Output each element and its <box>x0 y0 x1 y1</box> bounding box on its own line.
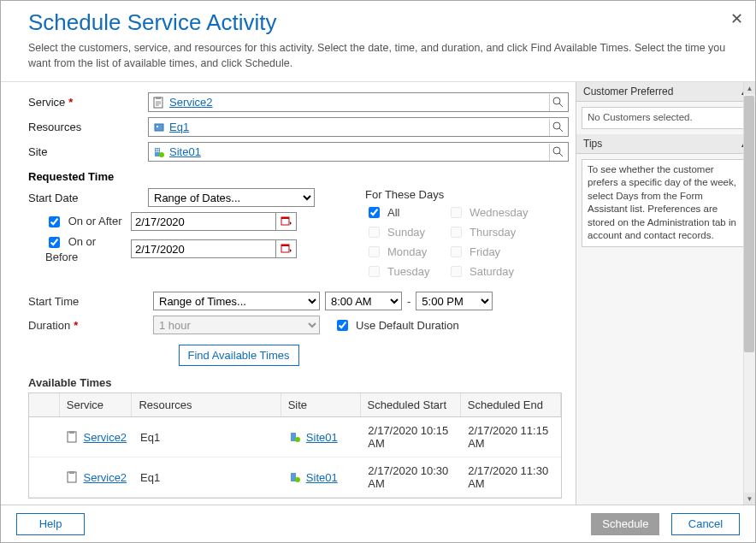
table-row[interactable]: Service2Eq1Site012/17/2020 10:15 AM2/17/… <box>29 417 561 457</box>
scrollbar-thumb[interactable] <box>744 96 754 352</box>
form-assistant-panel: Customer Preferred ▲ No Customers select… <box>576 82 755 505</box>
site-icon <box>289 471 301 483</box>
site-link[interactable]: Site01 <box>306 431 338 444</box>
for-these-days-label: For These Days <box>365 188 533 201</box>
lookup-search-icon[interactable] <box>549 144 566 161</box>
scroll-down-icon[interactable]: ▼ <box>744 493 755 505</box>
svg-point-5 <box>553 122 560 129</box>
close-icon[interactable]: ✕ <box>730 9 743 28</box>
use-default-duration-checkbox[interactable] <box>337 320 348 331</box>
help-button[interactable]: Help <box>16 513 85 535</box>
svg-point-11 <box>159 152 164 157</box>
resources-cell: Eq1 <box>133 464 282 490</box>
calendar-button[interactable] <box>276 239 297 258</box>
customer-preferred-header[interactable]: Customer Preferred ▲ <box>576 82 755 102</box>
service-label: Service <box>28 96 148 109</box>
site-icon <box>152 145 166 159</box>
dialog-header: ✕ Schedule Service Activity Select the c… <box>1 1 755 81</box>
calendar-button[interactable] <box>276 212 297 231</box>
service-link[interactable]: Service2 <box>84 471 127 484</box>
day-thursday[interactable]: Thursday <box>447 224 533 240</box>
on-or-before-input[interactable] <box>131 239 276 258</box>
dialog-title: Schedule Service Activity <box>28 9 728 36</box>
requested-time-heading: Requested Time <box>28 170 569 183</box>
scheduled-start-cell: 2/17/2020 10:15 AM <box>361 424 461 450</box>
day-tuesday[interactable]: Tuesday <box>365 263 442 280</box>
service-link[interactable]: Service2 <box>84 431 127 444</box>
resources-cell: Eq1 <box>133 424 282 450</box>
column-service[interactable]: Service <box>60 393 133 416</box>
site-value: Site01 <box>169 145 549 158</box>
column-resources[interactable]: Resources <box>132 393 281 416</box>
site-link[interactable]: Site01 <box>306 471 338 484</box>
day-all[interactable]: All <box>365 204 442 221</box>
day-friday[interactable]: Friday <box>447 244 533 260</box>
equipment-icon <box>152 121 166 134</box>
day-monday[interactable]: Monday <box>365 244 442 260</box>
svg-rect-10 <box>158 151 160 152</box>
table-row[interactable]: Service2Eq1Site012/17/2020 10:30 AM2/17/… <box>29 457 561 498</box>
site-lookup[interactable]: Site01 <box>148 142 569 162</box>
dialog-footer: Help Schedule Cancel <box>1 505 755 542</box>
resources-value: Eq1 <box>169 121 549 133</box>
resources-lookup[interactable]: Eq1 <box>148 117 569 137</box>
svg-point-24 <box>295 477 300 482</box>
lookup-search-icon[interactable] <box>549 119 566 136</box>
on-or-before-checkbox[interactable] <box>49 237 60 248</box>
column-scheduled-start[interactable]: Scheduled Start <box>361 393 461 416</box>
svg-rect-16 <box>281 245 289 246</box>
on-or-after-checkbox[interactable] <box>49 216 60 227</box>
start-time-label: Start Time <box>28 295 148 308</box>
day-saturday[interactable]: Saturday <box>447 263 533 280</box>
start-time-from-select[interactable]: 8:00 AM <box>325 292 402 310</box>
find-available-times-button[interactable]: Find Available Times <box>179 345 299 366</box>
svg-point-20 <box>295 437 300 442</box>
duration-select: 1 hour <box>153 316 320 334</box>
scrollbar[interactable]: ▲ ▼ <box>743 82 755 505</box>
service-lookup[interactable]: Service2 <box>148 92 569 112</box>
service-icon <box>67 471 79 483</box>
scheduled-end-cell: 2/17/2020 11:15 AM <box>461 424 561 450</box>
day-wednesday[interactable]: Wednesday <box>447 204 533 221</box>
start-date-label: Start Date <box>28 192 148 204</box>
available-times-heading: Available Times <box>28 376 569 389</box>
tips-header[interactable]: Tips ▲ <box>576 134 755 154</box>
on-or-after-label: On or After <box>28 214 131 230</box>
use-default-duration[interactable]: Use Default Duration <box>334 317 459 333</box>
svg-rect-22 <box>69 471 74 474</box>
schedule-button[interactable]: Schedule <box>591 513 659 535</box>
customer-preferred-body: No Customers selected. <box>582 107 750 129</box>
on-or-after-input[interactable] <box>131 212 276 231</box>
svg-rect-4 <box>157 126 158 127</box>
day-sunday[interactable]: Sunday <box>365 224 442 240</box>
svg-rect-14 <box>281 217 289 219</box>
column-selector <box>29 393 60 416</box>
cancel-button[interactable]: Cancel <box>671 513 740 535</box>
scheduled-end-cell: 2/17/2020 11:30 AM <box>461 464 561 490</box>
scroll-up-icon[interactable]: ▲ <box>744 82 755 94</box>
service-icon <box>152 96 166 109</box>
svg-rect-8 <box>158 149 160 151</box>
main-form: Service Service2 Resources <box>1 82 576 505</box>
tips-body: To see whether the customer prefers a sp… <box>582 159 750 247</box>
svg-rect-18 <box>69 431 74 434</box>
site-icon <box>289 431 301 443</box>
service-icon <box>67 431 79 443</box>
start-date-mode-select[interactable]: Range of Dates... <box>148 188 315 207</box>
duration-label: Duration <box>28 319 148 332</box>
dialog-window: ✕ Schedule Service Activity Select the c… <box>0 0 756 543</box>
on-or-before-label: On or Before <box>28 234 131 263</box>
dialog-body: Service Service2 Resources <box>1 81 755 505</box>
site-label: Site <box>28 145 148 158</box>
svg-point-2 <box>553 97 560 104</box>
dialog-description: Select the customers, service, and resou… <box>28 41 728 71</box>
lookup-search-icon[interactable] <box>549 94 566 111</box>
available-times-grid: Service Resources Site Scheduled Start S… <box>28 392 562 499</box>
start-time-to-select[interactable]: 5:00 PM <box>416 292 493 310</box>
column-site[interactable]: Site <box>281 393 361 416</box>
resources-label: Resources <box>28 121 148 133</box>
svg-point-12 <box>553 147 560 154</box>
column-scheduled-end[interactable]: Scheduled End <box>461 393 561 416</box>
start-time-mode-select[interactable]: Range of Times... <box>153 292 320 310</box>
time-separator: - <box>407 295 410 308</box>
